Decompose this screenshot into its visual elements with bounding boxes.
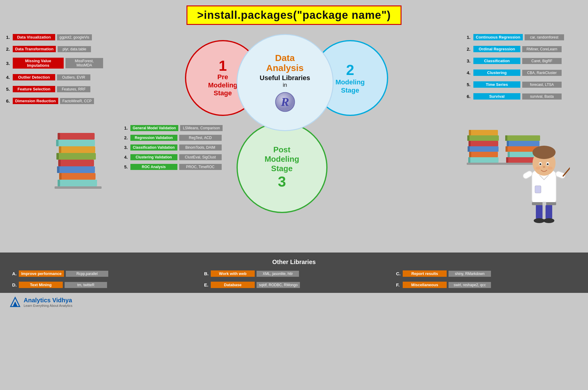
model-stage-text: ModelingStage xyxy=(335,78,365,94)
svg-rect-15 xyxy=(58,133,60,140)
item-value: RMiner, CoreLearn xyxy=(522,46,562,52)
item-label: Classification Validation xyxy=(130,144,177,151)
svg-rect-14 xyxy=(56,140,59,146)
svg-rect-6 xyxy=(56,140,95,146)
list-item: 6. Survival survival, Basta xyxy=(467,93,582,100)
item-value: shiny, RMarkdown xyxy=(449,271,491,277)
item-label: Database xyxy=(211,282,255,288)
svg-rect-2 xyxy=(57,166,95,173)
other-library-item: F. Miscellaneous swirl, reshape2, qcc xyxy=(396,282,576,288)
list-item: 3. Missing Value Imputations MissForest,… xyxy=(6,58,103,69)
item-value: XML, jasonlite, httr xyxy=(257,271,299,277)
item-number: 3. xyxy=(124,145,130,150)
item-value: Caret, BigRF xyxy=(522,58,562,64)
item-label: Clustering Validation xyxy=(130,154,177,160)
item-number: 4. xyxy=(467,70,473,75)
item-number: 1. xyxy=(124,126,130,131)
list-item: 2. Data Transformation plyr, data.table xyxy=(6,46,103,52)
svg-rect-38 xyxy=(506,146,508,152)
svg-rect-3 xyxy=(58,160,94,166)
item-value: tm, twitteR xyxy=(65,282,107,288)
install-command: >install.packages("package name") xyxy=(186,5,401,25)
item-number: 6. xyxy=(6,98,13,103)
svg-rect-53 xyxy=(522,170,533,180)
circles-container: 1 PreModelingStage 2 ModelingStage DataA… xyxy=(179,28,391,234)
svg-rect-40 xyxy=(505,135,507,141)
item-number: 2. xyxy=(6,46,13,52)
svg-rect-56 xyxy=(536,203,543,220)
item-number: 5. xyxy=(124,164,130,169)
r-logo: R xyxy=(274,91,296,113)
item-label: Continuous Regression xyxy=(473,34,523,40)
item-label: Report results xyxy=(403,270,447,277)
other-library-item: A. Improve performance Rcpp,parallel xyxy=(12,270,192,277)
svg-point-49 xyxy=(543,166,545,168)
svg-marker-63 xyxy=(13,301,18,307)
list-item: 6. Dimension Reduction FactoMineR, CCP xyxy=(6,98,103,104)
list-item: 2. Ordinal Regression RMiner, CoreLearn xyxy=(467,46,582,52)
item-value: car, randomforest xyxy=(525,34,564,40)
svg-point-47 xyxy=(539,163,541,165)
item-number: 2. xyxy=(467,46,473,52)
item-value: LSMeans, Comparison xyxy=(180,125,223,131)
character-illustration xyxy=(518,137,570,226)
svg-rect-10 xyxy=(57,166,59,173)
svg-rect-35 xyxy=(469,130,471,135)
post-stage-text: PostModelingStage xyxy=(264,145,299,174)
item-label: Improve performance xyxy=(19,270,64,277)
post-number: 3 xyxy=(278,173,286,190)
person-svg xyxy=(518,137,570,225)
svg-rect-31 xyxy=(469,152,471,157)
item-label: Text Mining xyxy=(19,282,63,288)
item-value: forecast, LTSA xyxy=(522,82,562,88)
svg-rect-5 xyxy=(59,146,95,153)
item-label: Classification xyxy=(473,58,520,64)
brand-name: Analytics Vidhya xyxy=(24,297,72,304)
svg-rect-16 xyxy=(55,186,102,189)
list-item: 4. Clustering CBA, RankCluster xyxy=(467,70,582,76)
list-item: 5. Feature Selection Features, RRF xyxy=(6,86,103,92)
other-libraries-grid: A. Improve performance Rcpp,parallel B. … xyxy=(12,270,576,288)
da-in: in xyxy=(283,82,287,88)
item-value: Features, RRF xyxy=(57,86,90,92)
item-letter: C. xyxy=(396,271,403,276)
other-libraries-section: Other Libraries A. Improve performance R… xyxy=(0,253,588,293)
center-area: 1 PreModelingStage 2 ModelingStage DataA… xyxy=(103,28,467,246)
svg-rect-23 xyxy=(467,135,499,141)
da-title: DataAnalysis xyxy=(266,53,304,73)
svg-rect-21 xyxy=(468,146,499,152)
svg-point-44 xyxy=(533,146,556,159)
svg-rect-13 xyxy=(59,146,61,153)
model-number: 2 xyxy=(346,62,354,78)
svg-rect-24 xyxy=(469,130,498,135)
list-item: 4. Outlier Detection Outliers, EVIR xyxy=(6,74,103,80)
svg-rect-33 xyxy=(469,141,471,146)
item-label: Ordinal Regression xyxy=(473,46,520,52)
svg-rect-19 xyxy=(468,157,499,163)
item-label: Time Series xyxy=(473,81,520,88)
svg-rect-9 xyxy=(59,173,62,180)
svg-rect-30 xyxy=(468,157,470,163)
item-number: 4. xyxy=(124,155,130,160)
item-letter: A. xyxy=(12,271,19,276)
item-value: RegTest, ACD xyxy=(179,135,222,141)
item-number: 4. xyxy=(6,75,13,80)
svg-rect-32 xyxy=(468,146,470,152)
svg-point-51 xyxy=(548,167,553,170)
item-label: Work with web xyxy=(211,270,255,277)
svg-point-48 xyxy=(547,163,549,165)
list-item: 1. Data Visualization ggplot2, googleVis xyxy=(6,34,103,40)
item-number: 5. xyxy=(467,82,473,87)
item-value: Rcpp,parallel xyxy=(66,271,108,277)
item-label: Miscellaneous xyxy=(403,282,447,288)
item-label: Clustering xyxy=(473,70,520,76)
item-value: BinomTools, DAIM xyxy=(179,144,222,151)
item-label: Survival xyxy=(473,93,520,100)
item-number: 3. xyxy=(6,61,13,66)
post-modeling-circle: PostModelingStage 3 xyxy=(237,122,328,213)
item-label: Dimension Reduction xyxy=(13,98,58,104)
item-value: plyr, data.table xyxy=(58,46,91,52)
item-value: Outliers, EVIR xyxy=(57,74,90,80)
svg-rect-36 xyxy=(506,157,508,163)
svg-rect-1 xyxy=(59,173,96,180)
